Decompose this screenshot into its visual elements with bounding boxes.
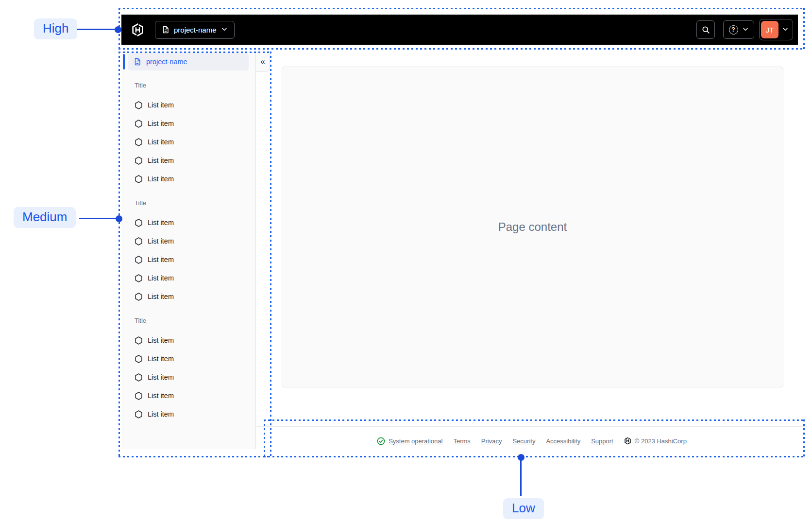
- page-content-area: Page content: [282, 67, 783, 387]
- annotation-connector-medium: [79, 218, 116, 219]
- top-navbar: project-name: [121, 15, 798, 45]
- sidebar-list-item[interactable]: List item: [121, 386, 255, 405]
- list-item-label: List item: [148, 293, 174, 300]
- file-text-icon: [134, 58, 141, 66]
- hexagon-icon: [135, 373, 143, 382]
- sidebar-list-item[interactable]: List item: [121, 368, 255, 386]
- section-title: Title: [121, 316, 255, 325]
- sidebar-item-project-name[interactable]: project-name: [128, 53, 249, 70]
- annotation-dot-medium: [116, 215, 122, 222]
- hexagon-icon: [135, 256, 143, 264]
- annotation-dot-high: [115, 26, 121, 33]
- sidebar-list-item[interactable]: List item: [121, 232, 255, 250]
- help-icon: [729, 25, 738, 35]
- hexagon-icon: [135, 157, 143, 165]
- sidebar-active-label: project-name: [146, 58, 187, 66]
- section-title: Title: [121, 199, 255, 208]
- hashicorp-logo: [131, 23, 144, 37]
- list-item-label: List item: [148, 157, 174, 164]
- sidebar-list-item[interactable]: List item: [121, 151, 255, 170]
- annotation-connector-high: [76, 29, 115, 30]
- list-item-label: List item: [148, 336, 174, 344]
- avatar: JT: [761, 21, 778, 38]
- hexagon-icon: [135, 237, 143, 245]
- footer: System operational Terms Privacy Securit…: [256, 427, 807, 455]
- search-icon: [702, 26, 710, 34]
- help-menu-button[interactable]: [723, 20, 754, 39]
- chevron-down-icon: [742, 26, 749, 34]
- hexagon-icon: [135, 355, 143, 363]
- hexagon-icon: [135, 101, 143, 109]
- project-switcher-label: project-name: [174, 26, 217, 34]
- list-item-label: List item: [148, 175, 174, 183]
- chevron-down-icon: [782, 26, 789, 34]
- list-item-label: List item: [148, 120, 174, 127]
- list-item-label: List item: [148, 138, 174, 146]
- list-item-label: List item: [148, 219, 174, 227]
- sidebar-list-item[interactable]: List item: [121, 331, 255, 349]
- footer-link-terms[interactable]: Terms: [453, 437, 470, 445]
- active-indicator: [123, 54, 125, 70]
- hexagon-icon: [135, 293, 143, 301]
- project-switcher-button[interactable]: project-name: [155, 21, 235, 39]
- annotation-label-medium: Medium: [14, 207, 76, 228]
- sidebar-list-item[interactable]: List item: [121, 114, 255, 133]
- footer-link-security[interactable]: Security: [512, 437, 535, 445]
- annotation-label-high: High: [34, 18, 77, 39]
- sidebar-list-item[interactable]: List item: [121, 250, 255, 269]
- footer-copyright: © 2023 HashiCorp: [624, 437, 687, 445]
- hexagon-icon: [135, 175, 143, 183]
- list-item-label: List item: [148, 392, 174, 400]
- hexagon-icon: [135, 219, 143, 227]
- sidebar-collapse-button[interactable]: [256, 52, 270, 72]
- side-nav: project-name Title List item List item L…: [121, 52, 256, 449]
- list-item-label: List item: [148, 274, 174, 282]
- list-item-label: List item: [148, 373, 174, 381]
- list-item-label: List item: [148, 355, 174, 363]
- hexagon-icon: [135, 336, 143, 345]
- list-item-label: List item: [148, 237, 174, 245]
- footer-link-accessibility[interactable]: Accessibility: [546, 437, 580, 445]
- sidebar-list-item[interactable]: List item: [121, 269, 255, 287]
- page-content-placeholder: Page content: [498, 220, 567, 234]
- list-item-label: List item: [148, 256, 174, 263]
- sidebar-list-item[interactable]: List item: [121, 170, 255, 188]
- annotation-dot-low: [518, 454, 524, 461]
- copyright-text: © 2023 HashiCorp: [635, 437, 687, 445]
- file-text-icon: [162, 26, 169, 34]
- annotation-label-low: Low: [503, 498, 544, 519]
- footer-link-privacy[interactable]: Privacy: [481, 437, 502, 445]
- hexagon-icon: [135, 120, 143, 128]
- user-menu-button[interactable]: JT: [759, 19, 793, 40]
- sidebar-section: Title List item List item List item List…: [121, 199, 255, 306]
- page: project-name: [0, 0, 812, 524]
- sidebar-list-item[interactable]: List item: [121, 133, 255, 151]
- sidebar-list-item[interactable]: List item: [121, 287, 255, 306]
- sidebar-list-item[interactable]: List item: [121, 213, 255, 232]
- annotation-connector-low: [520, 460, 522, 496]
- sidebar-list-item[interactable]: List item: [121, 349, 255, 368]
- sidebar-section: Title List item List item List item List…: [121, 81, 255, 188]
- sidebar-section: Title List item List item List item List…: [121, 316, 255, 423]
- section-title: Title: [121, 81, 255, 90]
- hashicorp-logo: [624, 437, 631, 445]
- search-button[interactable]: [696, 20, 715, 39]
- sidebar-list-item[interactable]: List item: [121, 96, 255, 114]
- check-circle-icon: [377, 437, 385, 445]
- footer-link-support[interactable]: Support: [591, 437, 613, 445]
- hexagon-icon: [135, 410, 143, 419]
- system-status-link[interactable]: System operational: [377, 437, 442, 445]
- list-item-label: List item: [148, 410, 174, 418]
- chevron-double-left-icon: [260, 57, 265, 67]
- hexagon-icon: [135, 138, 143, 146]
- system-status-label: System operational: [389, 437, 442, 445]
- hexagon-icon: [135, 274, 143, 282]
- list-item-label: List item: [148, 101, 174, 109]
- hexagon-icon: [135, 392, 143, 400]
- sidebar-list-item[interactable]: List item: [121, 405, 255, 423]
- chevron-down-icon: [221, 26, 228, 34]
